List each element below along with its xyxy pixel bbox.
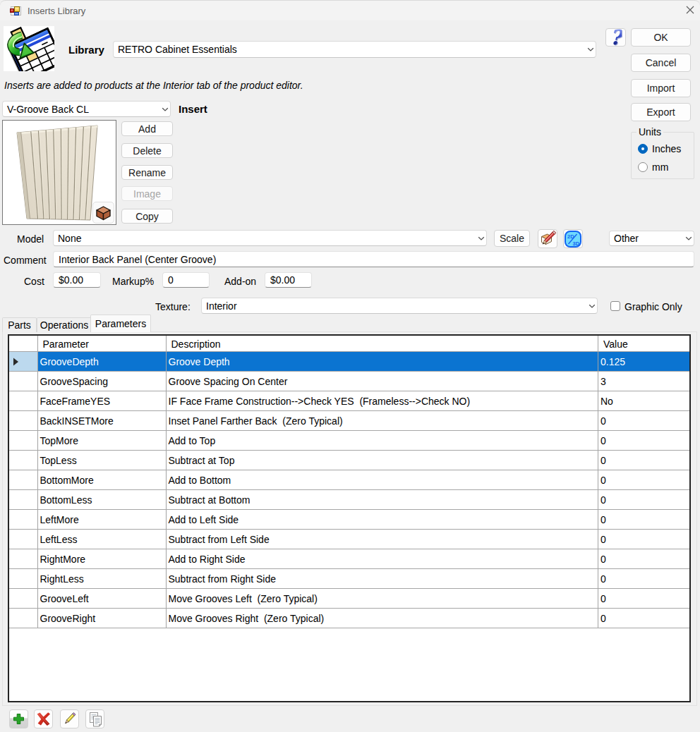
cell-description[interactable]: Move Grooves Left (Zero Typical) (166, 589, 598, 609)
cell-value[interactable]: 0.125 (598, 352, 689, 372)
markup-input[interactable]: 0 (162, 272, 210, 288)
grid-row-BottomLess[interactable]: BottomLessSubtract at Bottom0 (9, 490, 689, 510)
scale-button[interactable]: Scale (494, 230, 530, 247)
comment-input[interactable]: Interior Back Panel (Center Groove) (53, 251, 694, 267)
cell-parameter[interactable]: BottomMore (37, 470, 166, 490)
grid-row-RightLess[interactable]: RightLessSubtract from Right Side0 (9, 569, 689, 589)
texture-combobox[interactable]: Interior (201, 298, 598, 314)
cell-value[interactable]: 0 (598, 589, 689, 609)
row-header[interactable] (9, 530, 37, 549)
cell-parameter[interactable]: TopMore (37, 431, 166, 451)
cell-description[interactable]: Move Grooves Right (Zero Typical) (166, 609, 598, 628)
cell-description[interactable]: Groove Spacing On Center (166, 372, 598, 391)
cell-value[interactable]: 0 (598, 530, 689, 549)
cell-description[interactable]: Add to Bottom (166, 470, 598, 490)
cell-description[interactable]: Subtract from Right Side (166, 569, 598, 589)
cell-value[interactable]: 0 (598, 451, 689, 470)
grid-add-button[interactable] (9, 709, 28, 728)
delete-button[interactable]: Delete (121, 143, 173, 158)
image-button[interactable]: Image (121, 186, 173, 201)
row-header[interactable] (9, 609, 37, 628)
cell-parameter[interactable]: GrooveSpacing (37, 372, 166, 391)
row-header[interactable] (9, 451, 37, 470)
2d3d-button[interactable]: 2D 3D (563, 229, 583, 248)
cell-description[interactable]: Subtract from Left Side (166, 530, 598, 549)
cell-parameter[interactable]: LeftLess (37, 530, 166, 549)
grid-row-GrooveSpacing[interactable]: GrooveSpacingGroove Spacing On Center3 (9, 372, 689, 391)
row-header[interactable] (9, 589, 37, 609)
grid-row-TopLess[interactable]: TopLessSubtract at Top0 (9, 451, 689, 470)
cell-parameter[interactable]: GrooveRight (37, 609, 166, 628)
tab-operations[interactable]: Operations (37, 317, 92, 332)
tab-parameters[interactable]: Parameters (90, 315, 151, 332)
row-header[interactable] (9, 490, 37, 510)
grid-row-LeftMore[interactable]: LeftMoreAdd to Left Side0 (9, 510, 689, 530)
import-button[interactable]: Import (631, 79, 691, 97)
cell-parameter[interactable]: GrooveLeft (37, 589, 166, 609)
add-button[interactable]: Add (121, 121, 173, 136)
sketchup-button[interactable] (538, 229, 557, 248)
cell-value[interactable]: 0 (598, 431, 689, 451)
grid-delete-button[interactable] (34, 709, 53, 728)
radio-mm[interactable]: mm (638, 161, 668, 173)
insert-combobox[interactable]: V-Groove Back CL (2, 101, 171, 117)
cell-parameter[interactable]: RightMore (37, 549, 166, 569)
column-header-description[interactable]: Description (166, 336, 598, 352)
grid-row-GrooveLeft[interactable]: GrooveLeftMove Grooves Left (Zero Typica… (9, 589, 689, 609)
cell-value[interactable]: 0 (598, 549, 689, 569)
cell-description[interactable]: Inset Panel Farther Back (Zero Typical) (166, 411, 598, 431)
tab-parts[interactable]: Parts (2, 317, 37, 332)
cell-description[interactable]: Subtract at Bottom (166, 490, 598, 510)
cell-description[interactable]: IF Face Frame Construction-->Check YES (… (166, 391, 598, 411)
graphic-only-checkbox[interactable] (610, 301, 620, 311)
grid-row-FaceFrameYES[interactable]: FaceFrameYESIF Face Frame Construction--… (9, 391, 689, 411)
cell-parameter[interactable]: GrooveDepth (37, 352, 166, 372)
grid-row-RightMore[interactable]: RightMoreAdd to Right Side0 (9, 549, 689, 569)
view-3d-button[interactable] (92, 202, 114, 224)
cell-value[interactable]: 0 (598, 569, 689, 589)
column-header-value[interactable]: Value (598, 336, 689, 352)
model-category-combobox[interactable]: Other (609, 231, 694, 246)
radio-inches[interactable]: Inches (638, 143, 681, 154)
row-header[interactable] (9, 391, 37, 411)
column-header-parameter[interactable]: Parameter (37, 336, 166, 352)
grid-row-LeftLess[interactable]: LeftLessSubtract from Left Side0 (9, 530, 689, 549)
cell-value[interactable]: 0 (598, 411, 689, 431)
help-button[interactable]: ? (605, 28, 626, 47)
grid-row-BackINSETMore[interactable]: BackINSETMoreInset Panel Farther Back (Z… (9, 411, 689, 431)
row-header[interactable] (9, 569, 37, 589)
cell-description[interactable]: Groove Depth (166, 352, 598, 372)
row-header[interactable] (9, 549, 37, 569)
row-header[interactable] (9, 470, 37, 490)
row-header[interactable] (9, 411, 37, 431)
cell-value[interactable]: 0 (598, 510, 689, 530)
cell-description[interactable]: Add to Left Side (166, 510, 598, 530)
grid-row-GrooveDepth[interactable]: GrooveDepthGroove Depth0.125 (9, 352, 689, 372)
grid-copy-button[interactable] (85, 709, 104, 728)
rename-button[interactable]: Rename (121, 165, 173, 180)
cell-parameter[interactable]: FaceFrameYES (37, 391, 166, 411)
grid-edit-button[interactable] (60, 709, 79, 728)
addon-input[interactable]: $0.00 (265, 272, 312, 288)
library-combobox[interactable]: RETRO Cabinet Essentials (113, 41, 596, 58)
cell-parameter[interactable]: BottomLess (37, 490, 166, 510)
row-header[interactable] (9, 431, 37, 451)
row-header[interactable] (9, 352, 37, 372)
grid-row-TopMore[interactable]: TopMoreAdd to Top0 (9, 431, 689, 451)
cost-input[interactable]: $0.00 (53, 272, 101, 288)
cell-value[interactable]: 3 (598, 372, 689, 391)
cell-value[interactable]: 0 (598, 609, 689, 628)
cell-parameter[interactable]: TopLess (37, 451, 166, 470)
cell-value[interactable]: No (598, 391, 689, 411)
cancel-button[interactable]: Cancel (631, 54, 691, 72)
cell-description[interactable]: Add to Top (166, 431, 598, 451)
ok-button[interactable]: OK (631, 28, 691, 47)
cell-description[interactable]: Add to Right Side (166, 549, 598, 569)
cell-description[interactable]: Subtract at Top (166, 451, 598, 470)
cell-parameter[interactable]: BackINSETMore (37, 411, 166, 431)
cell-value[interactable]: 0 (598, 470, 689, 490)
cell-parameter[interactable]: RightLess (37, 569, 166, 589)
cell-parameter[interactable]: LeftMore (37, 510, 166, 530)
grid-row-GrooveRight[interactable]: GrooveRightMove Grooves Right (Zero Typi… (9, 609, 689, 628)
copy-button[interactable]: Copy (121, 209, 173, 224)
